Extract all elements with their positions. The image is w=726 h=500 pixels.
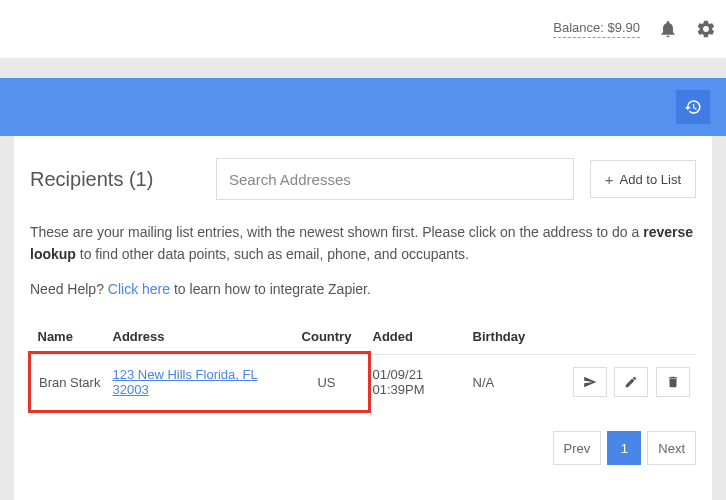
recipients-card: Recipients (1) + Add to List These are y… — [14, 136, 712, 500]
gray-belt: Recipients (1) + Add to List These are y… — [0, 58, 726, 500]
pencil-icon — [624, 375, 638, 389]
pager-prev[interactable]: Prev — [553, 431, 602, 465]
plus-icon: + — [605, 171, 614, 188]
table-header-row: Name Address Country Added Birthday — [32, 319, 697, 355]
description-pre: These are your mailing list entries, wit… — [30, 224, 643, 240]
address-link[interactable]: 123 New Hills Florida, FL 32003 — [113, 367, 258, 397]
recipients-table: Name Address Country Added Birthday Bran… — [30, 319, 696, 409]
help-post: to learn how to integrate Zapier. — [170, 281, 371, 297]
cell-address: 123 New Hills Florida, FL 32003 — [107, 355, 287, 410]
cell-actions — [542, 355, 697, 410]
pager-page-1[interactable]: 1 — [607, 431, 641, 465]
add-to-list-label: Add to List — [620, 172, 681, 187]
history-icon — [684, 98, 702, 116]
help-link[interactable]: Click here — [108, 281, 170, 297]
card-header-row: Recipients (1) + Add to List — [30, 158, 696, 200]
history-button[interactable] — [676, 90, 710, 124]
pager: Prev 1 Next — [30, 431, 696, 465]
col-country: Country — [287, 319, 367, 355]
description-text: These are your mailing list entries, wit… — [30, 222, 696, 265]
edit-button[interactable] — [614, 367, 648, 397]
balance-label[interactable]: Balance: $9.90 — [553, 20, 640, 38]
col-name: Name — [32, 319, 107, 355]
col-address: Address — [107, 319, 287, 355]
notifications-icon[interactable] — [658, 19, 678, 39]
col-actions — [542, 319, 697, 355]
search-input[interactable] — [216, 158, 574, 200]
table-row: Bran Stark 123 New Hills Florida, FL 320… — [32, 355, 697, 410]
col-added: Added — [367, 319, 467, 355]
cell-name: Bran Stark — [32, 355, 107, 410]
settings-gear-icon[interactable] — [696, 19, 716, 39]
pager-next[interactable]: Next — [647, 431, 696, 465]
add-to-list-button[interactable]: + Add to List — [590, 160, 696, 198]
delete-button[interactable] — [656, 367, 690, 397]
cell-country: US — [287, 355, 367, 410]
help-pre: Need Help? — [30, 281, 108, 297]
top-bar: Balance: $9.90 — [0, 0, 726, 58]
cell-added: 01/09/21 01:39PM — [367, 355, 467, 410]
description-post: to find other data points, such as email… — [76, 246, 469, 262]
cell-birthday: N/A — [467, 355, 542, 410]
page-title: Recipients (1) — [30, 168, 200, 191]
help-text: Need Help? Click here to learn how to in… — [30, 281, 696, 297]
send-icon — [583, 375, 597, 389]
trash-icon — [666, 375, 680, 389]
blue-header-bar — [0, 78, 726, 136]
col-birthday: Birthday — [467, 319, 542, 355]
search-container — [216, 158, 574, 200]
send-button[interactable] — [573, 367, 607, 397]
recipient-name: Bran Stark — [39, 375, 100, 390]
